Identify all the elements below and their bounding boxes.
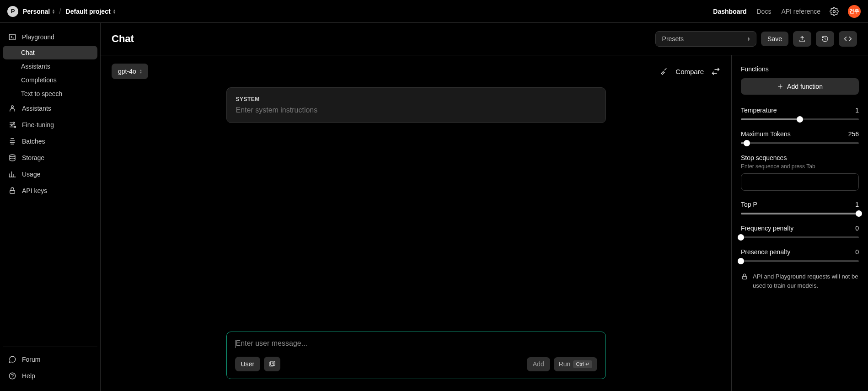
gear-icon — [830, 7, 839, 16]
frequency-penalty-slider[interactable] — [741, 236, 859, 238]
run-label: Run — [559, 360, 571, 368]
max-tokens-slider[interactable] — [741, 142, 859, 144]
chevron-updown-icon: ▴▾ — [53, 9, 54, 14]
sidebar-item-forum[interactable]: Forum — [3, 352, 97, 367]
system-input[interactable]: Enter system instructions — [236, 106, 596, 114]
robot-icon — [8, 104, 16, 112]
layers-icon — [8, 137, 16, 145]
add-function-button[interactable]: Add function — [741, 78, 859, 95]
nav-api-reference[interactable]: API reference — [781, 8, 820, 15]
top-p-slider[interactable] — [741, 213, 859, 214]
svg-point-8 — [9, 373, 16, 379]
history-icon — [821, 35, 829, 43]
upload-icon — [798, 35, 806, 43]
system-message-box[interactable]: SYSTEM Enter system instructions — [226, 87, 606, 123]
sidebar-sub-tts[interactable]: Text to speech — [3, 87, 97, 101]
functions-title: Functions — [741, 65, 859, 73]
settings-button[interactable] — [830, 7, 839, 16]
svg-point-4 — [11, 124, 12, 126]
run-button[interactable]: Run Ctrl↵ — [554, 357, 597, 371]
sidebar-item-batches[interactable]: Batches — [3, 134, 97, 149]
sidebar-label: Help — [22, 372, 35, 380]
parameters-panel: Functions Add function Temperature1 Maxi… — [732, 55, 868, 391]
sidebar-item-usage[interactable]: Usage — [3, 166, 97, 182]
page-title: Chat — [112, 33, 134, 45]
param-max-tokens: Maximum Tokens256 — [741, 130, 859, 144]
lock-icon — [741, 273, 748, 280]
terminal-icon — [8, 33, 16, 41]
sidebar-sub-completions[interactable]: Completions — [3, 73, 97, 87]
code-button[interactable] — [839, 31, 857, 47]
sidebar-label: Forum — [22, 356, 40, 363]
sidebar-item-assistants[interactable]: Assistants — [3, 101, 97, 116]
chevron-updown-icon: ▴▾ — [113, 9, 115, 14]
chevron-updown-icon: ▴▾ — [748, 37, 750, 41]
org-name: Personal — [23, 8, 50, 15]
stop-sequences-input[interactable] — [741, 173, 859, 191]
sidebar-item-playground[interactable]: Playground — [3, 29, 97, 45]
system-label: SYSTEM — [236, 96, 596, 102]
nav-dashboard[interactable]: Dashboard — [713, 8, 746, 15]
swap-icon[interactable] — [711, 67, 720, 76]
database-icon — [8, 154, 16, 162]
sidebar-item-storage[interactable]: Storage — [3, 150, 97, 166]
sidebar-item-apikeys[interactable]: API keys — [3, 183, 97, 198]
chevron-updown-icon: ▴▾ — [140, 69, 142, 74]
breadcrumb: P Personal ▴▾ / Default project ▴▾ — [7, 6, 115, 17]
sidebar-label: Assistants — [22, 105, 51, 112]
svg-point-3 — [13, 122, 15, 123]
chat-icon — [8, 355, 16, 364]
topbar: P Personal ▴▾ / Default project ▴▾ Dashb… — [0, 0, 868, 23]
chat-area: gpt-4o ▴▾ Compare SYSTEM Enter system in… — [101, 55, 732, 391]
breadcrumb-separator: / — [59, 7, 61, 16]
sidebar-sub-chat[interactable]: Chat — [3, 46, 97, 59]
org-selector[interactable]: Personal ▴▾ — [23, 8, 54, 15]
model-name: gpt-4o — [118, 68, 136, 75]
svg-point-2 — [11, 106, 14, 108]
sidebar-label: Fine-tuning — [22, 121, 54, 129]
image-icon — [268, 360, 276, 368]
attach-button[interactable] — [264, 357, 280, 371]
param-temperature: Temperature1 — [741, 107, 859, 120]
org-badge: P — [7, 6, 18, 17]
presets-label: Presets — [662, 35, 684, 43]
project-selector[interactable]: Default project ▴▾ — [66, 8, 115, 15]
compare-button[interactable]: Compare — [675, 68, 704, 75]
presets-dropdown[interactable]: Presets ▴▾ — [655, 31, 756, 47]
user-message-box[interactable]: Enter user message... User Add Run — [226, 332, 606, 379]
presence-penalty-slider[interactable] — [741, 260, 859, 262]
help-icon — [8, 372, 16, 380]
project-name: Default project — [66, 8, 111, 15]
top-nav: Dashboard Docs API reference — [713, 8, 820, 15]
sidebar-sub-assistants[interactable]: Assistants — [3, 59, 97, 73]
topbar-right: Dashboard Docs API reference 건우 — [713, 5, 861, 18]
sidebar-label: Batches — [22, 138, 45, 145]
add-function-label: Add function — [787, 83, 823, 90]
stop-hint: Enter sequence and press Tab — [741, 163, 859, 170]
add-button[interactable]: Add — [527, 357, 550, 371]
role-toggle-button[interactable]: User — [235, 357, 261, 371]
sidebar-item-finetuning[interactable]: Fine-tuning — [3, 117, 97, 133]
avatar[interactable]: 건우 — [848, 5, 861, 18]
param-top-p: Top P1 — [741, 201, 859, 214]
chart-icon — [8, 170, 16, 178]
param-stop: Stop sequences Enter sequence and press … — [741, 154, 859, 191]
sidebar-label: Storage — [22, 154, 44, 161]
sidebar-label: Usage — [22, 171, 40, 178]
plus-icon — [777, 83, 783, 90]
broom-icon[interactable] — [660, 67, 668, 75]
model-selector[interactable]: gpt-4o ▴▾ — [112, 64, 148, 79]
temperature-slider[interactable] — [741, 118, 859, 120]
svg-rect-12 — [742, 276, 746, 279]
code-icon — [844, 35, 852, 43]
user-input[interactable]: Enter user message... — [235, 339, 597, 350]
sidebar-item-help[interactable]: Help — [3, 368, 97, 384]
save-button[interactable]: Save — [761, 32, 788, 46]
page-header: Chat Presets ▴▾ Save — [101, 23, 868, 55]
history-button[interactable] — [816, 31, 834, 47]
sliders-icon — [8, 121, 16, 129]
nav-docs[interactable]: Docs — [756, 8, 771, 15]
param-presence-penalty: Presence penalty0 — [741, 248, 859, 262]
svg-rect-7 — [10, 190, 15, 193]
share-button[interactable] — [793, 31, 811, 47]
